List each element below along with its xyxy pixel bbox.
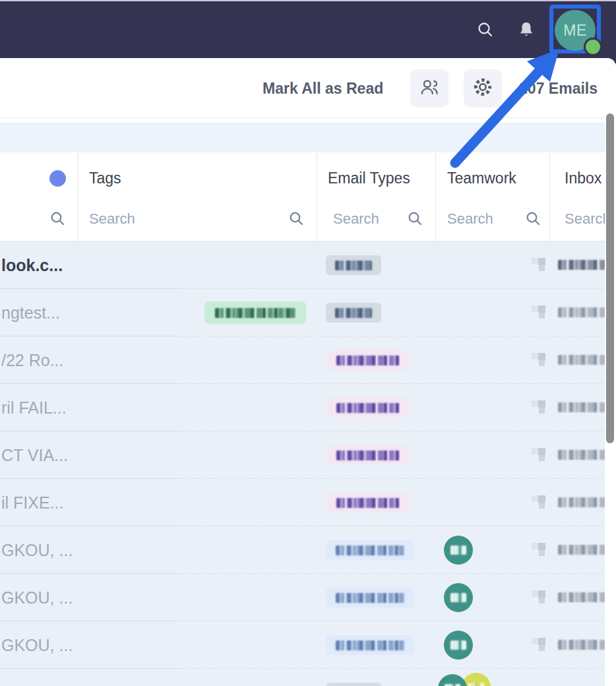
email-type-badge-redacted bbox=[328, 493, 408, 513]
inbox-flag-icon-redacted bbox=[532, 590, 547, 605]
email-types-search-field[interactable] bbox=[333, 210, 399, 229]
mark-all-read-button[interactable]: Mark All as Read bbox=[262, 80, 383, 98]
teamwork-search-input[interactable] bbox=[447, 210, 513, 228]
inbox-flag-icon-redacted bbox=[532, 305, 547, 320]
tags-search-input[interactable] bbox=[89, 210, 280, 228]
inbox-flag-icon-redacted bbox=[532, 448, 547, 462]
email-type-badge-redacted bbox=[326, 540, 414, 560]
column-header-inbox[interactable]: Inbox bbox=[565, 170, 601, 187]
email-subject: look.c... bbox=[1, 255, 63, 274]
table-row[interactable]: GKOU, ... bbox=[0, 526, 616, 574]
email-types-search-icon[interactable] bbox=[407, 210, 424, 228]
gear-icon bbox=[472, 76, 494, 101]
scrollbar-thumb[interactable] bbox=[606, 113, 614, 443]
email-type-badge-redacted bbox=[326, 255, 381, 275]
email-type-badge-redacted bbox=[326, 635, 414, 655]
teamwork-avatar bbox=[444, 631, 473, 660]
teamwork-avatar bbox=[444, 583, 473, 612]
highlight-box: ME bbox=[549, 5, 601, 53]
tag-badge-redacted bbox=[204, 301, 306, 324]
manage-users-button[interactable] bbox=[410, 69, 448, 108]
online-status-dot bbox=[584, 38, 602, 56]
teamwork-search-field[interactable] bbox=[447, 210, 513, 229]
column-divider bbox=[317, 152, 317, 241]
table-row[interactable]: ril FAIL... bbox=[0, 384, 616, 431]
table-header: Tags Email Types Teamwork Inbox bbox=[0, 152, 616, 241]
users-icon bbox=[418, 76, 441, 101]
table-row[interactable]: look.c... bbox=[0, 241, 616, 289]
email-type-badge-redacted bbox=[326, 683, 381, 686]
email-type-badge-redacted bbox=[328, 445, 408, 465]
column-header-email-types[interactable]: Email Types bbox=[328, 170, 410, 187]
column-header-teamwork[interactable]: Teamwork bbox=[447, 170, 516, 187]
scrollbar-track bbox=[605, 58, 616, 686]
profile-avatar[interactable]: ME bbox=[555, 10, 596, 51]
email-subject: GKOU, ... bbox=[1, 540, 73, 559]
column-divider bbox=[435, 152, 436, 241]
status-column-search-icon[interactable] bbox=[49, 210, 67, 228]
table-row[interactable] bbox=[0, 669, 616, 686]
email-type-badge-redacted bbox=[326, 303, 381, 323]
email-subject: ril FAIL... bbox=[1, 398, 67, 417]
table-row[interactable]: il FIXE... bbox=[0, 479, 616, 526]
bell-icon[interactable] bbox=[517, 20, 536, 39]
settings-button[interactable] bbox=[464, 69, 502, 108]
inbox-flag-icon-redacted bbox=[532, 353, 547, 367]
email-subject: ngtest... bbox=[1, 303, 60, 322]
email-type-badge-redacted bbox=[326, 588, 414, 608]
email-type-badge-redacted bbox=[328, 398, 408, 418]
table-row[interactable]: /22 Ro... bbox=[0, 336, 616, 384]
filter-band bbox=[0, 123, 616, 152]
column-divider bbox=[78, 152, 78, 241]
table-row[interactable]: ngtest... bbox=[0, 289, 616, 336]
avatar-initials: ME bbox=[563, 22, 587, 40]
table-row[interactable]: GKOU, ... bbox=[0, 621, 616, 669]
inbox-flag-icon-redacted bbox=[532, 400, 547, 415]
email-subject: GKOU, ... bbox=[1, 635, 73, 654]
teamwork-search-icon[interactable] bbox=[525, 210, 542, 228]
email-type-badge-redacted bbox=[328, 350, 408, 370]
tags-search-icon[interactable] bbox=[288, 210, 305, 228]
email-subject: CT VIA... bbox=[1, 445, 68, 464]
status-dot-column-icon bbox=[49, 170, 66, 187]
inbox-flag-icon-redacted bbox=[532, 543, 547, 557]
email-count: 207 Emails bbox=[519, 80, 598, 98]
email-types-search-input[interactable] bbox=[333, 210, 399, 228]
topbar: ME bbox=[0, 0, 616, 58]
table-row[interactable]: CT VIA... bbox=[0, 431, 616, 479]
email-subject: /22 Ro... bbox=[1, 350, 64, 369]
teamwork-avatar bbox=[438, 674, 467, 686]
tags-search-field[interactable] bbox=[89, 210, 280, 229]
window-top-strip bbox=[0, 0, 616, 1]
inbox-flag-icon-redacted bbox=[532, 258, 547, 272]
table-row[interactable]: GKOU, ... bbox=[0, 574, 616, 621]
table-body: look.c...ngtest.../22 Ro...ril FAIL...CT… bbox=[0, 241, 616, 686]
content-sheet: Mark All as Read 207 Emails bbox=[0, 58, 616, 686]
toolbar: Mark All as Read 207 Emails bbox=[0, 58, 616, 118]
inbox-flag-icon-redacted bbox=[532, 495, 547, 510]
search-icon[interactable] bbox=[476, 20, 495, 39]
email-subject: il FIXE... bbox=[1, 493, 63, 512]
column-divider bbox=[549, 152, 550, 241]
column-header-tags[interactable]: Tags bbox=[89, 170, 121, 187]
teamwork-avatar bbox=[444, 536, 473, 565]
email-subject: GKOU, ... bbox=[1, 588, 73, 607]
inbox-flag-icon-redacted bbox=[532, 638, 547, 652]
